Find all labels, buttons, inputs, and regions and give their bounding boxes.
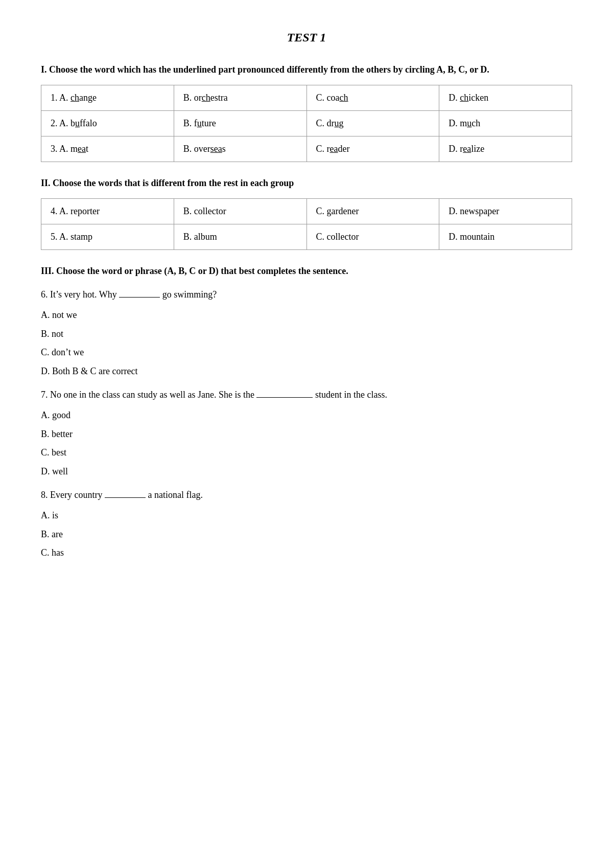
table-row: 4. A. reporter B. collector C. gardener … <box>41 199 572 224</box>
cell-5d: D. mountain <box>439 224 572 250</box>
q6-text: 6. It’s very hot. Why go swimming? <box>41 286 572 303</box>
cell-4b: B. collector <box>174 199 306 224</box>
q6-optA: A. not we <box>41 307 572 323</box>
cell-5a: 5. A. stamp <box>41 224 174 250</box>
q7-optB: B. better <box>41 426 572 442</box>
cell-3b: B. overseas <box>174 136 306 162</box>
cell-1a: 1. A. change <box>41 85 174 111</box>
cell-4d: D. newspaper <box>439 199 572 224</box>
question-6: 6. It’s very hot. Why go swimming? A. no… <box>41 286 572 379</box>
cell-1c: C. coach <box>306 85 439 111</box>
table-row: 2. A. buffalo B. future C. drug D. much <box>41 111 572 136</box>
q6-optD: D. Both B & C are correct <box>41 363 572 379</box>
section1-table: 1. A. change B. orchestra C. coach D. ch… <box>41 85 572 162</box>
cell-4c: C. gardener <box>306 199 439 224</box>
cell-3c: C. reader <box>306 136 439 162</box>
table-row: 3. A. meat B. overseas C. reader D. real… <box>41 136 572 162</box>
section1-heading: I. Choose the word which has the underli… <box>41 63 572 77</box>
cell-5c: C. collector <box>306 224 439 250</box>
q7-text: 7. No one in the class can study as well… <box>41 386 572 403</box>
q8-text: 8. Every country a national flag. <box>41 487 572 503</box>
q8-optC: C. has <box>41 544 572 561</box>
section2-table: 4. A. reporter B. collector C. gardener … <box>41 198 572 250</box>
q6-optB: B. not <box>41 326 572 342</box>
table-row: 5. A. stamp B. album C. collector D. mou… <box>41 224 572 250</box>
section3-heading: III. Choose the word or phrase (A, B, C … <box>41 264 572 278</box>
cell-1d: D. chicken <box>439 85 572 111</box>
q8-optB: B. are <box>41 526 572 542</box>
q7-optD: D. well <box>41 463 572 479</box>
table-row: 1. A. change B. orchestra C. coach D. ch… <box>41 85 572 111</box>
cell-3a: 3. A. meat <box>41 136 174 162</box>
cell-4a: 4. A. reporter <box>41 199 174 224</box>
question-8: 8. Every country a national flag. A. is … <box>41 487 572 561</box>
cell-2b: B. future <box>174 111 306 136</box>
cell-5b: B. album <box>174 224 306 250</box>
q8-optA: A. is <box>41 507 572 523</box>
q7-optA: A. good <box>41 407 572 423</box>
page-title: TEST 1 <box>41 31 572 44</box>
cell-3d: D. realize <box>439 136 572 162</box>
cell-2d: D. much <box>439 111 572 136</box>
section2-heading: II. Choose the words that is different f… <box>41 176 572 190</box>
q6-optC: C. don’t we <box>41 344 572 360</box>
cell-2c: C. drug <box>306 111 439 136</box>
cell-1b: B. orchestra <box>174 85 306 111</box>
question-7: 7. No one in the class can study as well… <box>41 386 572 479</box>
cell-2a: 2. A. buffalo <box>41 111 174 136</box>
q7-optC: C. best <box>41 444 572 461</box>
